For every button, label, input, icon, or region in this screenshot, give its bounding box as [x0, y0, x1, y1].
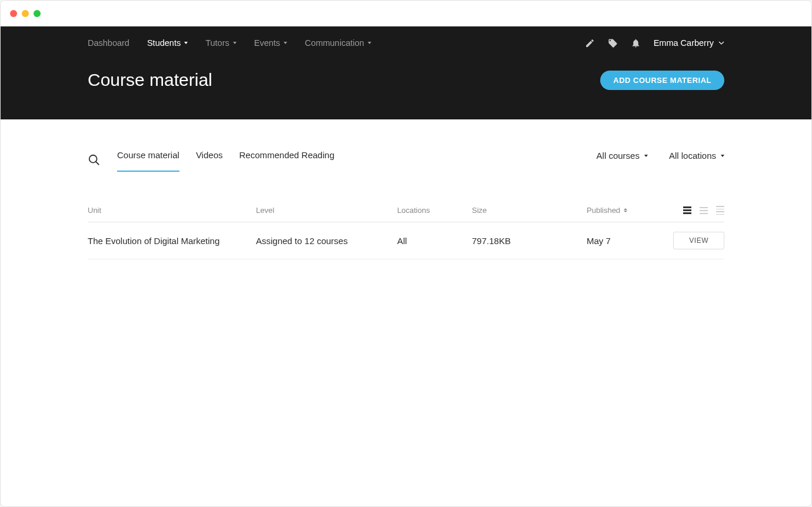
filter-locations[interactable]: All locations	[669, 151, 724, 161]
cell-locations: All	[397, 236, 472, 246]
chevron-down-icon	[284, 42, 287, 44]
filters: All courses All locations	[597, 151, 724, 171]
traffic-lights	[10, 10, 41, 17]
add-course-material-button[interactable]: ADD COURSE MATERIAL	[600, 71, 724, 90]
tabs-left: Course material Videos Recommended Readi…	[88, 150, 334, 172]
filter-label: All courses	[597, 151, 640, 161]
edit-icon[interactable]	[585, 38, 595, 48]
nav-label: Tutors	[205, 38, 229, 48]
tabs-row: Course material Videos Recommended Readi…	[88, 150, 724, 172]
cell-size: 797.18KB	[472, 236, 587, 246]
browser-window: Dashboard Students Tutors Events Communi…	[0, 0, 812, 507]
nav-communication[interactable]: Communication	[305, 38, 371, 48]
nav-dashboard[interactable]: Dashboard	[88, 38, 129, 48]
page-title: Course material	[88, 70, 212, 90]
view-button[interactable]: VIEW	[673, 232, 724, 249]
th-unit[interactable]: Unit	[88, 206, 256, 215]
tab-recommended-reading[interactable]: Recommended Reading	[239, 150, 334, 172]
content: Course material Videos Recommended Readi…	[1, 119, 811, 259]
th-locations[interactable]: Locations	[397, 206, 472, 215]
nav-left: Dashboard Students Tutors Events Communi…	[88, 38, 371, 48]
nav-label: Students	[147, 38, 181, 48]
svg-point-0	[89, 155, 97, 162]
user-name: Emma Carberry	[654, 38, 714, 48]
nav-label: Dashboard	[88, 38, 129, 48]
cell-level: Assigned to 12 courses	[256, 236, 397, 246]
th-published[interactable]: Published	[587, 206, 663, 215]
chevron-down-icon	[233, 42, 237, 44]
density-medium-icon[interactable]	[700, 207, 708, 214]
title-bar	[1, 1, 811, 26]
table-header: Unit Level Locations Size Published	[88, 206, 724, 222]
density-small-icon[interactable]	[716, 206, 724, 215]
th-level[interactable]: Level	[256, 206, 397, 215]
tab-videos[interactable]: Videos	[196, 150, 223, 172]
table-row: The Evolution of Digital Marketing Assig…	[88, 222, 724, 259]
window-close-button[interactable]	[10, 10, 17, 17]
th-view-options	[663, 206, 724, 215]
user-menu[interactable]: Emma Carberry	[654, 38, 724, 48]
header: Dashboard Students Tutors Events Communi…	[1, 26, 811, 119]
chevron-down-icon	[721, 155, 724, 157]
header-title-row: Course material ADD COURSE MATERIAL	[1, 59, 811, 90]
th-size[interactable]: Size	[472, 206, 587, 215]
nav-label: Events	[254, 38, 280, 48]
tab-course-material[interactable]: Course material	[117, 150, 179, 172]
window-maximize-button[interactable]	[34, 10, 41, 17]
nav-events[interactable]: Events	[254, 38, 287, 48]
density-large-icon[interactable]	[683, 206, 691, 214]
table: Unit Level Locations Size Published	[88, 206, 724, 259]
sort-icon	[624, 208, 627, 212]
bell-icon[interactable]	[631, 38, 641, 48]
tag-icon[interactable]	[608, 38, 618, 48]
chevron-down-icon	[368, 42, 371, 44]
window-minimize-button[interactable]	[22, 10, 29, 17]
search-icon[interactable]	[88, 154, 101, 169]
cell-actions: VIEW	[663, 232, 724, 249]
nav-bar: Dashboard Students Tutors Events Communi…	[1, 26, 811, 59]
chevron-down-icon	[184, 42, 188, 44]
chevron-down-icon	[644, 155, 648, 157]
cell-unit: The Evolution of Digital Marketing	[88, 236, 256, 246]
filter-label: All locations	[669, 151, 716, 161]
th-published-label: Published	[587, 206, 620, 215]
chevron-down-icon	[718, 41, 724, 45]
nav-right: Emma Carberry	[585, 38, 724, 48]
cell-published: May 7	[587, 236, 663, 246]
nav-tutors[interactable]: Tutors	[205, 38, 237, 48]
nav-students[interactable]: Students	[147, 38, 188, 48]
svg-line-1	[96, 161, 99, 165]
filter-courses[interactable]: All courses	[597, 151, 648, 161]
nav-label: Communication	[305, 38, 364, 48]
